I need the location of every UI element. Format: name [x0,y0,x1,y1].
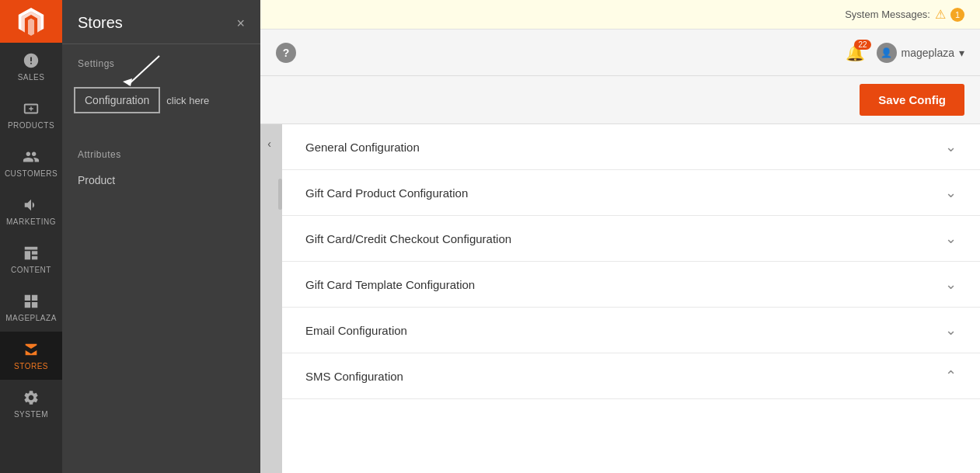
collapse-button[interactable]: ‹ [260,132,278,155]
config-section-row[interactable]: Email Configuration⌄ [282,308,980,353]
config-section-label: Email Configuration [305,324,407,337]
config-section-label: Gift Card Template Configuration [305,278,475,291]
notification-button[interactable]: 🔔 22 [846,43,865,62]
sidebar-item-products[interactable]: PRODUCTS [0,91,62,139]
box-icon [23,100,40,117]
logo-area[interactable] [0,0,62,43]
collapse-sidebar[interactable]: ‹ [260,124,282,473]
config-sections-list: General Configuration⌄Gift Card Product … [282,124,980,473]
chevron-down-icon: ▾ [959,47,964,59]
layout-icon [23,245,40,262]
stores-header: Stores × [62,0,260,44]
content-header: ? 🔔 22 👤 mageplaza ▾ [260,30,980,76]
grid-icon [23,293,40,310]
avatar: 👤 [877,43,897,63]
stores-close-button[interactable]: × [236,16,245,30]
sidebar-item-marketing[interactable]: MARKETING [0,187,62,235]
warning-triangle-icon: ⚠ [935,7,946,22]
dollar-icon [23,52,40,69]
config-section-row[interactable]: Gift Card/Credit Checkout Configuration⌄ [282,216,980,262]
chevron-icon: ⌄ [945,322,957,339]
stores-panel-title: Stores [78,14,123,32]
config-section-row[interactable]: SMS Configuration⌃ [282,353,980,399]
config-section-label: General Configuration [305,141,420,154]
top-warning-bar: System Messages: ⚠ 1 [260,0,980,30]
sidebar-item-content[interactable]: CONTENT [0,235,62,283]
config-section-label: SMS Configuration [305,370,403,383]
sidebar-item-customers[interactable]: CUSTOMERS [0,139,62,187]
config-section-row[interactable]: Gift Card Template Configuration⌄ [282,262,980,308]
main-area: System Messages: ⚠ 1 ? 🔔 22 👤 mageplaza … [260,0,980,473]
chevron-icon: ⌃ [945,367,957,384]
stores-panel: Stores × Settings Configuration click he… [62,0,260,473]
save-config-bar: Save Config [260,76,980,124]
config-section-row[interactable]: General Configuration⌄ [282,124,980,170]
config-section-label: Gift Card Product Configuration [305,186,468,200]
chevron-icon: ⌄ [945,184,957,201]
user-name: mageplaza [902,47,955,59]
chevron-icon: ⌄ [945,276,957,293]
attributes-section-label: Attributes [62,135,260,168]
click-here-label: click here [166,95,209,106]
system-messages-label: System Messages: [845,9,930,20]
settings-section-label: Settings [62,44,260,77]
help-icon[interactable]: ? [276,43,296,63]
message-count-badge: 1 [950,8,964,22]
sidebar-item-stores[interactable]: STORES [0,332,62,380]
chevron-icon: ⌄ [945,138,957,155]
gear-icon [23,389,40,406]
top-right-area: 🔔 22 👤 mageplaza ▾ [846,43,965,63]
people-icon [23,148,40,165]
sidebar-item-mageplaza[interactable]: MAGEPLAZA [0,283,62,332]
config-section-row[interactable]: Gift Card Product Configuration⌄ [282,170,980,216]
user-menu[interactable]: 👤 mageplaza ▾ [877,43,965,63]
save-config-button[interactable]: Save Config [860,84,964,116]
icon-sidebar: SALES PRODUCTS CUSTOMERS MARKETING CONTE… [0,0,62,473]
main-content-area: ‹ General Configuration⌄Gift Card Produc… [260,124,980,473]
config-section-label: Gift Card/Credit Checkout Configuration [305,232,511,245]
product-menu-item[interactable]: Product [62,168,260,193]
sidebar-item-system[interactable]: SYSTEM [0,380,62,428]
sidebar-item-sales[interactable]: SALES [0,43,62,91]
magento-logo-icon [17,8,45,36]
svg-marker-1 [123,78,132,86]
configuration-menu-item[interactable]: Configuration [74,87,160,113]
store-icon [23,341,40,358]
configuration-row: Configuration click here [62,81,260,120]
chevron-icon: ⌄ [945,230,957,247]
megaphone-icon [23,197,40,214]
notification-badge: 22 [854,40,870,50]
